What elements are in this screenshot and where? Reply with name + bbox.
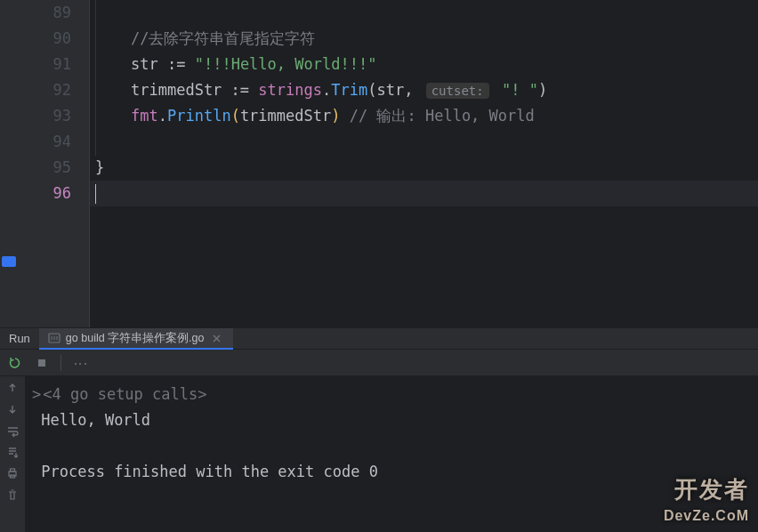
- clear-all-icon[interactable]: [4, 487, 20, 503]
- run-tabs-bar: Run go build 字符串操作案例.go: [0, 327, 758, 350]
- code-line[interactable]: }: [90, 155, 758, 181]
- close-tab-button[interactable]: [210, 331, 224, 345]
- code-editor[interactable]: 89 90 91 92 93 94 95 96 //去除字符串首尾指定字符 st…: [0, 0, 758, 327]
- line-number[interactable]: 92: [18, 77, 71, 103]
- console-panel: ><4 go setup calls> Hello, World Process…: [0, 376, 758, 532]
- line-number[interactable]: 94: [18, 129, 71, 155]
- line-number-active[interactable]: 96: [18, 181, 71, 206]
- line-number-gutter[interactable]: 89 90 91 92 93 94 95 96: [18, 0, 89, 327]
- line-number[interactable]: 95: [18, 155, 71, 181]
- code-line-active[interactable]: [90, 181, 758, 206]
- console-line: Hello, World: [32, 407, 751, 433]
- console-output[interactable]: ><4 go setup calls> Hello, World Process…: [25, 376, 758, 532]
- code-line[interactable]: str := "!!!Hello, World!!!": [90, 52, 758, 77]
- code-line[interactable]: trimmedStr := strings.Trim(str, cutset: …: [90, 77, 758, 103]
- scroll-to-end-icon[interactable]: [4, 444, 20, 460]
- soft-wrap-icon[interactable]: [4, 423, 20, 439]
- fold-arrow-icon[interactable]: >: [32, 385, 41, 403]
- text-caret: [95, 184, 96, 204]
- comment-text: //去除字符串首尾指定字符: [131, 29, 315, 47]
- run-panel-label[interactable]: Run: [0, 328, 39, 349]
- editor-margin: [0, 0, 18, 327]
- line-number[interactable]: 93: [18, 103, 71, 129]
- run-tab-active[interactable]: go build 字符串操作案例.go: [39, 328, 233, 350]
- down-arrow-icon[interactable]: [4, 401, 20, 417]
- svg-rect-1: [38, 359, 45, 367]
- svg-rect-3: [11, 469, 15, 472]
- console-fold-line[interactable]: ><4 go setup calls>: [32, 382, 751, 407]
- code-line[interactable]: //去除字符串首尾指定字符: [90, 26, 758, 52]
- more-actions-button[interactable]: ⋮: [70, 353, 90, 373]
- up-arrow-icon[interactable]: [4, 380, 20, 396]
- line-number[interactable]: 91: [18, 52, 71, 77]
- console-exit-line: Process finished with the exit code 0: [32, 459, 751, 485]
- run-toolbar: ⋮: [0, 350, 758, 376]
- toolbar-divider: [60, 355, 61, 371]
- stop-button[interactable]: [32, 353, 52, 373]
- line-number[interactable]: 90: [18, 26, 71, 52]
- code-line[interactable]: fmt.Println(trimmedStr) // 输出: Hello, Wo…: [90, 103, 758, 129]
- print-icon[interactable]: [4, 465, 20, 481]
- rerun-button[interactable]: [5, 353, 25, 373]
- line-number[interactable]: 89: [18, 0, 71, 26]
- console-side-toolbar: [0, 376, 25, 532]
- inlay-hint: cutset:: [426, 83, 489, 99]
- code-line[interactable]: [90, 129, 758, 155]
- code-area[interactable]: //去除字符串首尾指定字符 str := "!!!Hello, World!!!…: [89, 0, 758, 327]
- run-tab-label: go build 字符串操作案例.go: [66, 331, 205, 346]
- bookmark-icon[interactable]: [2, 256, 16, 267]
- code-line[interactable]: [90, 0, 758, 26]
- go-file-icon: [48, 332, 60, 344]
- console-line: [32, 433, 751, 459]
